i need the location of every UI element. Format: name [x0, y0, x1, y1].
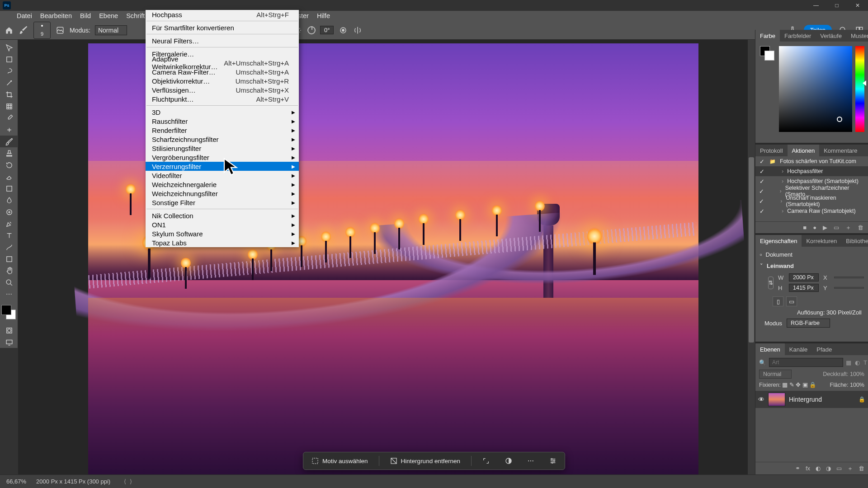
panel-tab[interactable]: Eigenschaften: [755, 235, 802, 247]
lock-icon[interactable]: 🔒: [859, 396, 865, 403]
opacity-value[interactable]: 100%: [850, 371, 864, 377]
chevron-right-icon[interactable]: ›: [782, 178, 783, 184]
filter-menu-item[interactable]: Weichzeichnungsfilter▶: [146, 189, 299, 198]
filter-menu-item[interactable]: Vergröberungsfilter▶: [146, 153, 299, 162]
filter-menu-item[interactable]: Nik Collection▶: [146, 211, 299, 220]
link-layers-icon[interactable]: ⚭: [795, 465, 800, 472]
new-action-icon[interactable]: ＋: [845, 224, 851, 232]
filter-menu-item[interactable]: Objektivkorrektur…Umschalt+Strg+R: [146, 76, 299, 85]
canvas-area[interactable]: [18, 40, 755, 474]
layer-row[interactable]: 👁 Hintergrund 🔒: [755, 391, 868, 408]
maximize-button[interactable]: □: [826, 0, 847, 11]
brush-preset-picker[interactable]: 9: [33, 22, 51, 39]
panel-tab[interactable]: Kanäle: [785, 343, 812, 355]
panel-tab[interactable]: Muster: [846, 30, 868, 42]
lock-trans-icon[interactable]: ▦: [782, 382, 788, 388]
tool-marquee[interactable]: [0, 53, 18, 65]
color-mode-select[interactable]: RGB-Farbe: [787, 319, 830, 328]
filter-menu-item[interactable]: Renderfilter▶: [146, 126, 299, 135]
filter-menu-item[interactable]: Rauschfilter▶: [146, 117, 299, 126]
tool-move[interactable]: [0, 42, 18, 53]
play-icon[interactable]: ▶: [823, 224, 827, 231]
new-set-icon[interactable]: ▭: [834, 224, 839, 231]
edit-toolbar-icon[interactable]: ⋯: [0, 288, 18, 300]
brush-tool-icon[interactable]: [19, 25, 29, 35]
ctx-adjust-icon[interactable]: [500, 455, 517, 466]
filter-menu-item[interactable]: Stilisierungsfilter▶: [146, 144, 299, 153]
angle-icon[interactable]: [307, 26, 316, 34]
pressure-opacity-icon[interactable]: [338, 25, 348, 35]
visibility-icon[interactable]: ✓: [758, 208, 765, 215]
vertical-scrollbar[interactable]: [748, 40, 755, 474]
tool-eyedrop[interactable]: [0, 112, 18, 124]
layer-thumbnail[interactable]: [768, 393, 785, 406]
height-field[interactable]: 1415 Px: [789, 284, 819, 292]
panel-tab[interactable]: Verläufe: [816, 30, 846, 42]
panel-tab[interactable]: Korrekturen: [802, 235, 841, 247]
filter-menu-item[interactable]: ON1▶: [146, 220, 299, 229]
filter-adjust-icon[interactable]: ◐: [855, 359, 860, 366]
filter-menu-item[interactable]: Verzerrungsfilter▶: [146, 162, 299, 171]
action-row[interactable]: ✓›Camera Raw (Smartobjekt): [755, 206, 868, 216]
lock-pos-icon[interactable]: ✥: [796, 382, 801, 388]
link-dimensions-icon[interactable]: ⇅: [768, 277, 774, 289]
tool-heal[interactable]: [0, 124, 18, 136]
visibility-icon[interactable]: ✓: [758, 178, 765, 185]
filter-menu-item[interactable]: Topaz Labs▶: [146, 238, 299, 247]
lock-all-icon[interactable]: 🔒: [809, 382, 816, 388]
hue-slider[interactable]: [855, 46, 864, 132]
more-icon[interactable]: ⋯: [523, 455, 538, 466]
filter-menu-item[interactable]: Weichzeichnergalerie▶: [146, 180, 299, 189]
action-row[interactable]: ✓›Hochpassfilter: [755, 166, 868, 176]
filter-menu-item[interactable]: Für Smartfilter konvertieren: [146, 23, 299, 32]
color-swatches[interactable]: [0, 304, 18, 324]
menu-bild[interactable]: Bild: [76, 11, 95, 21]
chevron-right-icon[interactable]: ›: [780, 188, 782, 194]
width-field[interactable]: 2000 Px: [789, 273, 819, 282]
panel-tab[interactable]: Pfade: [812, 343, 836, 355]
filter-menu-item[interactable]: Skylum Software▶: [146, 229, 299, 238]
filter-menu-item[interactable]: Adaptive Weitwinkelkorrektur…Alt+Umschal…: [146, 58, 299, 67]
tool-frame[interactable]: [0, 100, 18, 112]
panel-tab[interactable]: Protokoll: [755, 145, 788, 156]
lock-paint-icon[interactable]: ✎: [789, 382, 794, 388]
filter-menu-item[interactable]: Sonstige Filter▶: [146, 198, 299, 207]
fx-icon[interactable]: fx: [806, 465, 810, 472]
status-next-icon[interactable]: ⟩: [130, 478, 132, 485]
tool-wand[interactable]: [0, 77, 18, 89]
angle-value[interactable]: 0°: [320, 26, 334, 34]
chevron-right-icon[interactable]: ›: [782, 168, 783, 174]
brush-panel-toggle-icon[interactable]: [55, 25, 65, 35]
panel-tab[interactable]: Aktionen: [788, 145, 820, 156]
tool-crop[interactable]: [0, 89, 18, 100]
home-icon[interactable]: [4, 25, 14, 36]
visibility-icon[interactable]: 👁: [758, 396, 764, 403]
menu-datei[interactable]: Datei: [13, 11, 36, 21]
filter-type-icon[interactable]: T: [863, 359, 867, 366]
menu-schrift[interactable]: Schrift: [122, 11, 149, 21]
mask-icon[interactable]: ◐: [816, 465, 821, 472]
chevron-right-icon[interactable]: ›: [782, 208, 783, 214]
panel-tab[interactable]: Bibliotheken: [841, 235, 868, 247]
group-icon[interactable]: ▭: [836, 465, 842, 472]
layer-blend-select[interactable]: Normal: [759, 370, 792, 379]
trash-icon[interactable]: 🗑: [858, 224, 863, 231]
zoom-level[interactable]: 66,67%: [6, 478, 26, 485]
fg-bg-swatch[interactable]: [760, 46, 775, 61]
visibility-icon[interactable]: ✓: [758, 188, 764, 195]
landscape-icon[interactable]: ▭: [786, 296, 797, 306]
filter-menu-item[interactable]: HochpassAlt+Strg+F: [146, 10, 299, 19]
chevron-right-icon[interactable]: ›: [780, 198, 782, 204]
select-subject-button[interactable]: Motiv auswählen: [307, 455, 373, 466]
tool-blur[interactable]: [0, 194, 18, 206]
panel-tab[interactable]: Ebenen: [755, 343, 785, 355]
tool-brush[interactable]: [0, 136, 18, 147]
tool-eraser[interactable]: [0, 171, 18, 183]
filter-menu-item[interactable]: Neural Filters…: [146, 36, 299, 45]
filter-menu-item[interactable]: Videofilter▶: [146, 171, 299, 180]
panel-tab[interactable]: Farbfelder: [780, 30, 816, 42]
layer-name[interactable]: Hintergrund: [789, 396, 822, 403]
status-prev-icon[interactable]: ⟨: [124, 478, 126, 485]
disclosure-icon[interactable]: ˅: [760, 263, 763, 269]
filter-menu-item[interactable]: Camera Raw-Filter…Umschalt+Strg+A: [146, 67, 299, 76]
